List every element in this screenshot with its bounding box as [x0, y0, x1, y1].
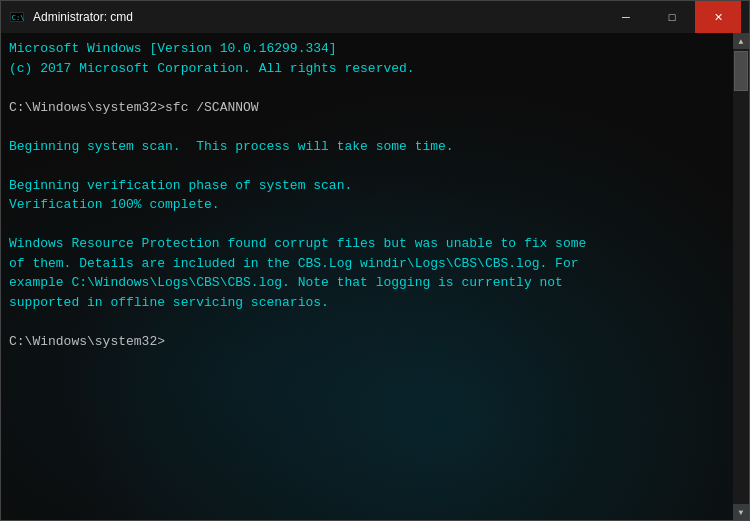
terminal-line — [9, 156, 725, 176]
terminal-line: Microsoft Windows [Version 10.0.16299.33… — [9, 39, 725, 59]
terminal-line: example C:\Windows\Logs\CBS\CBS.log. Not… — [9, 273, 725, 293]
terminal-line: of them. Details are included in the CBS… — [9, 254, 725, 274]
svg-text:C:\: C:\ — [12, 14, 24, 22]
terminal-line — [9, 312, 725, 332]
terminal-line — [9, 351, 725, 371]
terminal-line: Beginning system scan. This process will… — [9, 137, 725, 157]
cmd-icon: C:\ — [9, 9, 25, 25]
terminal-line: supported in offline servicing scenarios… — [9, 293, 725, 313]
terminal-line: (c) 2017 Microsoft Corporation. All righ… — [9, 59, 725, 79]
terminal-output[interactable]: Microsoft Windows [Version 10.0.16299.33… — [1, 33, 733, 520]
close-button[interactable]: ✕ — [695, 1, 741, 33]
terminal-line — [9, 78, 725, 98]
window-controls: ─ □ ✕ — [603, 1, 741, 33]
terminal-line — [9, 410, 725, 430]
terminal-line — [9, 117, 725, 137]
terminal-line: C:\Windows\system32>sfc /SCANNOW — [9, 98, 725, 118]
window-title: Administrator: cmd — [33, 10, 603, 24]
scroll-track[interactable] — [733, 49, 749, 504]
terminal-line: Beginning verification phase of system s… — [9, 176, 725, 196]
terminal-line: C:\Windows\system32> — [9, 332, 725, 352]
content-area: Microsoft Windows [Version 10.0.16299.33… — [1, 33, 749, 520]
terminal-line — [9, 429, 725, 449]
cmd-window: C:\ Administrator: cmd ─ □ ✕ Microsoft W… — [0, 0, 750, 521]
title-bar: C:\ Administrator: cmd ─ □ ✕ — [1, 1, 749, 33]
scroll-down-arrow[interactable]: ▼ — [733, 504, 749, 520]
terminal-line: Windows Resource Protection found corrup… — [9, 234, 725, 254]
scroll-up-arrow[interactable]: ▲ — [733, 33, 749, 49]
terminal-line: Verification 100% complete. — [9, 195, 725, 215]
terminal-line — [9, 215, 725, 235]
scroll-thumb[interactable] — [734, 51, 748, 91]
scrollbar[interactable]: ▲ ▼ — [733, 33, 749, 520]
terminal-line — [9, 390, 725, 410]
minimize-button[interactable]: ─ — [603, 1, 649, 33]
maximize-button[interactable]: □ — [649, 1, 695, 33]
terminal-line — [9, 371, 725, 391]
